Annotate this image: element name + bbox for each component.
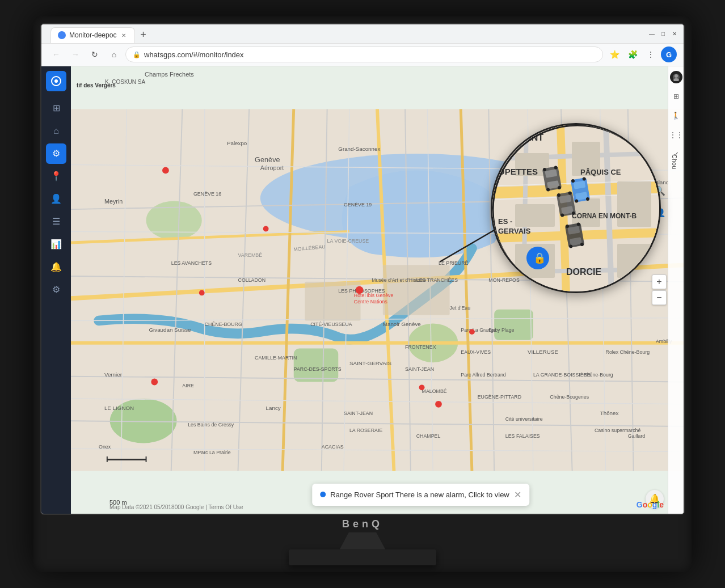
settings-icon: ⚙ bbox=[52, 148, 60, 159]
extensions-icon[interactable]: 🧩 bbox=[625, 46, 640, 62]
home-icon: ⌂ bbox=[53, 126, 59, 136]
svg-rect-38 bbox=[305, 281, 360, 320]
map-zoom-controls: + − bbox=[652, 274, 667, 305]
zoom-in-button[interactable]: + bbox=[652, 274, 667, 289]
svg-text:Casino supermarché: Casino supermarché bbox=[595, 427, 641, 433]
svg-text:MON-REPOS: MON-REPOS bbox=[488, 277, 520, 282]
svg-text:EUGÈNE-PITTARD: EUGÈNE-PITTARD bbox=[478, 394, 521, 399]
svg-text:LA ROSERAIE: LA ROSERAIE bbox=[349, 427, 382, 433]
svg-text:MALOMBÉ: MALOMBÉ bbox=[422, 388, 447, 394]
svg-text:Hôtel ibis Genève: Hôtel ibis Genève bbox=[354, 293, 394, 298]
sidebar-item-list[interactable]: ☰ bbox=[46, 211, 66, 232]
svg-point-167 bbox=[675, 74, 678, 78]
sidebar-item-chart[interactable]: 📊 bbox=[46, 234, 66, 255]
right-walk-icon[interactable]: 🚶 bbox=[670, 109, 682, 122]
new-tab-button[interactable]: + bbox=[135, 27, 151, 43]
toolbar-right: ⭐ 🧩 ⋮ G bbox=[606, 46, 677, 62]
app-logo bbox=[46, 71, 66, 91]
right-grid-icon[interactable]: ⋮⋮ bbox=[670, 129, 682, 141]
zoom-out-button[interactable]: − bbox=[652, 290, 667, 305]
svg-text:COLLADON: COLLADON bbox=[238, 277, 266, 282]
svg-point-98 bbox=[419, 384, 425, 390]
minimize-button[interactable]: — bbox=[647, 29, 656, 38]
browser-titlebar: Monitor-deepoc ✕ + — □ ✕ bbox=[41, 24, 684, 44]
maximize-button[interactable]: □ bbox=[659, 29, 668, 38]
sidebar-item-gear[interactable]: ⚙ bbox=[46, 280, 66, 300]
svg-text:Grand-Saconnex: Grand-Saconnex bbox=[338, 146, 380, 152]
sidebar-item-grid[interactable]: ⊞ bbox=[46, 98, 66, 119]
svg-text:AIRE: AIRE bbox=[182, 383, 194, 388]
svg-text:CITÉ-VIEUSSEUA: CITÉ-VIEUSSEUA bbox=[310, 322, 352, 327]
more-options-icon[interactable]: ⋮ bbox=[643, 46, 659, 62]
monitor-brand-label: BenQ bbox=[342, 515, 383, 532]
svg-text:CAMILLE-MARTIN: CAMILLE-MARTIN bbox=[255, 355, 297, 361]
profile-button[interactable]: G bbox=[661, 46, 677, 62]
svg-text:Givaudan Suisse: Givaudan Suisse bbox=[149, 327, 191, 333]
svg-text:Vernier: Vernier bbox=[104, 371, 123, 377]
monitor: Monitor-deepoc ✕ + — □ ✕ ← → bbox=[33, 16, 692, 572]
svg-point-1 bbox=[54, 79, 58, 83]
magnified-view: BRILLANT OPETTES PÂQUIS CE ES - GERVAIS … bbox=[491, 123, 661, 293]
svg-text:Manoir Genève: Manoir Genève bbox=[383, 321, 421, 327]
bookmark-star-icon[interactable]: ⭐ bbox=[606, 46, 622, 62]
map-container[interactable]: Genève Aéroport Palexpo Grand-Saconnex M… bbox=[71, 66, 684, 514]
svg-rect-120 bbox=[617, 181, 651, 227]
svg-rect-37 bbox=[383, 265, 450, 315]
svg-text:Cité universitaire: Cité universitaire bbox=[505, 416, 543, 422]
svg-text:PÂQUIS CE: PÂQUIS CE bbox=[580, 168, 621, 176]
sidebar-item-users[interactable]: 👤 bbox=[46, 189, 66, 209]
sidebar-item-location[interactable]: 📍 bbox=[46, 166, 66, 187]
forward-button[interactable]: → bbox=[68, 46, 83, 62]
svg-text:GERVAIS: GERVAIS bbox=[498, 227, 531, 235]
svg-text:DORCIE: DORCIE bbox=[566, 267, 602, 277]
tab-favicon bbox=[58, 31, 66, 39]
address-bar[interactable]: 🔒 whatsgps.com/#/monitor/index bbox=[125, 46, 603, 62]
browser-tab[interactable]: Monitor-deepoc ✕ bbox=[50, 27, 135, 43]
right-layers-icon[interactable]: ⊞ bbox=[670, 90, 682, 103]
svg-text:Centre Nations: Centre Nations bbox=[354, 299, 387, 304]
monitor-screen: Monitor-deepoc ✕ + — □ ✕ ← → bbox=[40, 23, 685, 515]
location-icon: 📍 bbox=[50, 171, 62, 181]
svg-text:CHAMPEL: CHAMPEL bbox=[416, 433, 441, 438]
svg-text:VAREMBÉ: VAREMBÉ bbox=[238, 252, 263, 257]
svg-text:LA GRANDE-BOISSIÈRE: LA GRANDE-BOISSIÈRE bbox=[533, 371, 591, 377]
close-button[interactable]: ✕ bbox=[670, 29, 679, 38]
svg-rect-121 bbox=[515, 204, 555, 227]
svg-text:Chêne-Bougeries: Chêne-Bougeries bbox=[550, 394, 589, 399]
svg-text:SAINT-GERVAIS: SAINT-GERVAIS bbox=[349, 360, 392, 366]
app-sidebar: ⊞ ⌂ ⚙ 📍 👤 ☰ bbox=[41, 66, 71, 514]
browser-window: Monitor-deepoc ✕ + — □ ✕ ← → bbox=[41, 24, 684, 514]
top-right-icon[interactable] bbox=[670, 71, 682, 83]
svg-text:FRONTENEX: FRONTENEX bbox=[405, 344, 436, 349]
svg-text:CHÊNE-BOURG: CHÊNE-BOURG bbox=[205, 322, 242, 327]
svg-text:Rolex Chêne-Bourg: Rolex Chêne-Bourg bbox=[606, 349, 650, 355]
tab-close-btn[interactable]: ✕ bbox=[120, 31, 128, 39]
notification-bar[interactable]: Range Rover Sport There is a new alarm, … bbox=[312, 484, 529, 506]
svg-text:Parc Alfred Bertrand: Parc Alfred Bertrand bbox=[461, 371, 506, 377]
svg-text:EAUX-VIVES: EAUX-VIVES bbox=[461, 349, 491, 355]
refresh-button[interactable]: ↻ bbox=[87, 46, 103, 62]
user-icon: 👤 bbox=[50, 193, 62, 204]
svg-point-99 bbox=[435, 400, 442, 407]
sidebar-item-home[interactable]: ⌂ bbox=[46, 121, 66, 141]
sidebar-item-notification[interactable]: 🔔 bbox=[46, 257, 66, 277]
browser-toolbar: ← → ↻ ⌂ 🔒 whatsgps.com/#/monitor/index ⭐ bbox=[41, 44, 684, 66]
svg-text:VILLERUSE: VILLERUSE bbox=[528, 349, 558, 355]
home-button[interactable]: ⌂ bbox=[106, 46, 122, 62]
notification-text: Range Rover Sport There is a new alarm, … bbox=[330, 490, 509, 499]
notification-close-button[interactable]: ✕ bbox=[514, 489, 521, 500]
svg-text:Jet d'Eau: Jet d'Eau bbox=[450, 304, 471, 310]
svg-rect-5 bbox=[294, 348, 339, 382]
chou-label: Chou bbox=[671, 154, 678, 169]
chart-icon: 📊 bbox=[50, 239, 62, 249]
lock-icon: 🔒 bbox=[133, 51, 141, 58]
back-button[interactable]: ← bbox=[48, 46, 64, 62]
notification-dot bbox=[320, 492, 326, 497]
grid-icon: ⊞ bbox=[53, 103, 60, 113]
sidebar-item-settings[interactable]: ⚙ bbox=[46, 143, 66, 164]
gear-icon: ⚙ bbox=[52, 284, 60, 295]
svg-text:Thônex: Thônex bbox=[600, 410, 619, 416]
svg-text:Meyrin: Meyrin bbox=[104, 198, 123, 205]
list-icon: ☰ bbox=[52, 216, 60, 227]
svg-point-97 bbox=[469, 329, 475, 335]
